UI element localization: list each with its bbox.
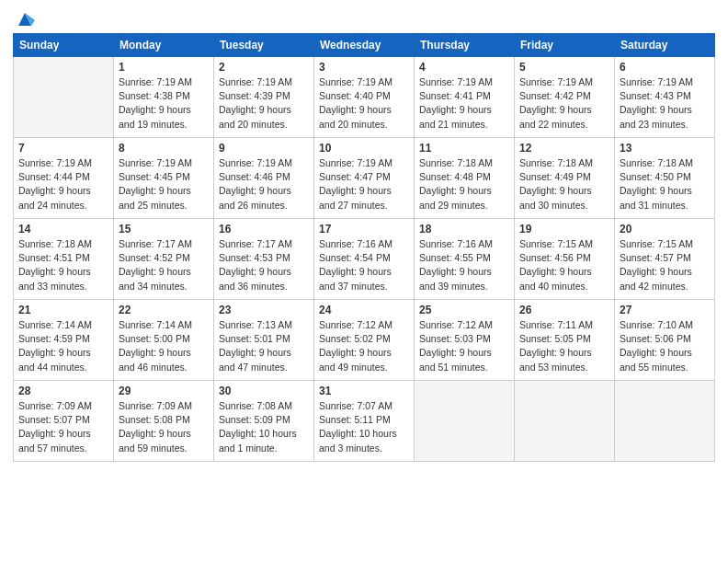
days-of-week-row: SundayMondayTuesdayWednesdayThursdayFrid…: [14, 34, 715, 57]
header: [13, 9, 715, 28]
calendar-cell: 7Sunrise: 7:19 AMSunset: 4:44 PMDaylight…: [14, 138, 114, 219]
day-number: 9: [219, 142, 309, 155]
calendar-cell: 17Sunrise: 7:16 AMSunset: 4:54 PMDayligh…: [314, 219, 415, 300]
calendar-cell: 4Sunrise: 7:19 AMSunset: 4:41 PMDaylight…: [415, 57, 515, 138]
day-number: 29: [119, 385, 209, 397]
calendar-body: 1Sunrise: 7:19 AMSunset: 4:38 PMDaylight…: [14, 57, 715, 462]
calendar-cell: 3Sunrise: 7:19 AMSunset: 4:40 PMDaylight…: [314, 57, 415, 138]
day-number: 14: [18, 223, 108, 236]
calendar-week-row: 1Sunrise: 7:19 AMSunset: 4:38 PMDaylight…: [14, 57, 715, 138]
day-number: 19: [519, 223, 609, 236]
day-info: Sunrise: 7:19 AMSunset: 4:44 PMDaylight:…: [18, 156, 108, 213]
day-info: Sunrise: 7:19 AMSunset: 4:46 PMDaylight:…: [219, 156, 309, 213]
day-info: Sunrise: 7:19 AMSunset: 4:39 PMDaylight:…: [219, 75, 309, 132]
day-info: Sunrise: 7:19 AMSunset: 4:38 PMDaylight:…: [119, 75, 209, 132]
day-number: 22: [119, 304, 209, 316]
day-number: 27: [620, 304, 710, 316]
calendar-cell: 16Sunrise: 7:17 AMSunset: 4:53 PMDayligh…: [214, 219, 314, 300]
calendar-cell: [14, 57, 114, 138]
dow-header: Tuesday: [214, 34, 314, 57]
day-number: 31: [319, 385, 409, 397]
calendar-cell: 11Sunrise: 7:18 AMSunset: 4:48 PMDayligh…: [415, 138, 515, 219]
day-number: 12: [519, 142, 609, 155]
dow-header: Friday: [515, 34, 615, 57]
day-info: Sunrise: 7:19 AMSunset: 4:41 PMDaylight:…: [419, 75, 509, 132]
calendar-week-row: 7Sunrise: 7:19 AMSunset: 4:44 PMDaylight…: [14, 138, 715, 219]
day-number: 11: [419, 142, 509, 155]
calendar-cell: 18Sunrise: 7:16 AMSunset: 4:55 PMDayligh…: [415, 219, 515, 300]
day-info: Sunrise: 7:15 AMSunset: 4:56 PMDaylight:…: [519, 237, 609, 293]
day-info: Sunrise: 7:10 AMSunset: 5:06 PMDaylight:…: [620, 318, 710, 374]
day-number: 8: [119, 142, 209, 155]
day-number: 15: [119, 223, 209, 236]
day-info: Sunrise: 7:18 AMSunset: 4:49 PMDaylight:…: [519, 156, 609, 213]
day-info: Sunrise: 7:12 AMSunset: 5:03 PMDaylight:…: [419, 318, 509, 374]
day-info: Sunrise: 7:17 AMSunset: 4:52 PMDaylight:…: [119, 237, 209, 293]
calendar-cell: [615, 381, 715, 462]
calendar-cell: 15Sunrise: 7:17 AMSunset: 4:52 PMDayligh…: [114, 219, 214, 300]
day-number: 10: [319, 142, 409, 155]
day-info: Sunrise: 7:07 AMSunset: 5:11 PMDaylight:…: [319, 399, 409, 455]
day-info: Sunrise: 7:16 AMSunset: 4:55 PMDaylight:…: [419, 237, 509, 293]
calendar-week-row: 14Sunrise: 7:18 AMSunset: 4:51 PMDayligh…: [14, 219, 715, 300]
day-number: 5: [519, 61, 609, 74]
calendar-table: SundayMondayTuesdayWednesdayThursdayFrid…: [13, 33, 715, 462]
calendar-cell: 13Sunrise: 7:18 AMSunset: 4:50 PMDayligh…: [615, 138, 715, 219]
calendar-cell: 23Sunrise: 7:13 AMSunset: 5:01 PMDayligh…: [214, 300, 314, 381]
day-info: Sunrise: 7:13 AMSunset: 5:01 PMDaylight:…: [219, 318, 309, 374]
day-info: Sunrise: 7:14 AMSunset: 4:59 PMDaylight:…: [18, 318, 108, 374]
day-info: Sunrise: 7:14 AMSunset: 5:00 PMDaylight:…: [119, 318, 209, 374]
calendar-cell: [415, 381, 515, 462]
dow-header: Thursday: [415, 34, 515, 57]
calendar-cell: [515, 381, 615, 462]
calendar-cell: 1Sunrise: 7:19 AMSunset: 4:38 PMDaylight…: [114, 57, 214, 138]
day-info: Sunrise: 7:18 AMSunset: 4:51 PMDaylight:…: [18, 237, 108, 293]
day-info: Sunrise: 7:19 AMSunset: 4:45 PMDaylight:…: [119, 156, 209, 213]
calendar-cell: 24Sunrise: 7:12 AMSunset: 5:02 PMDayligh…: [314, 300, 415, 381]
calendar-week-row: 21Sunrise: 7:14 AMSunset: 4:59 PMDayligh…: [14, 300, 715, 381]
day-info: Sunrise: 7:19 AMSunset: 4:43 PMDaylight:…: [620, 75, 710, 132]
day-number: 7: [18, 142, 108, 155]
dow-header: Saturday: [615, 34, 715, 57]
calendar-cell: 29Sunrise: 7:09 AMSunset: 5:08 PMDayligh…: [114, 381, 214, 462]
day-info: Sunrise: 7:18 AMSunset: 4:50 PMDaylight:…: [620, 156, 710, 213]
logo: [13, 9, 37, 28]
day-number: 2: [219, 61, 309, 74]
calendar-cell: 25Sunrise: 7:12 AMSunset: 5:03 PMDayligh…: [415, 300, 515, 381]
logo-icon: [15, 9, 35, 29]
calendar-cell: 8Sunrise: 7:19 AMSunset: 4:45 PMDaylight…: [114, 138, 214, 219]
day-number: 30: [219, 385, 309, 397]
calendar-cell: 27Sunrise: 7:10 AMSunset: 5:06 PMDayligh…: [615, 300, 715, 381]
calendar-cell: 6Sunrise: 7:19 AMSunset: 4:43 PMDaylight…: [615, 57, 715, 138]
calendar-cell: 19Sunrise: 7:15 AMSunset: 4:56 PMDayligh…: [515, 219, 615, 300]
day-info: Sunrise: 7:18 AMSunset: 4:48 PMDaylight:…: [419, 156, 509, 213]
day-number: 17: [319, 223, 409, 236]
calendar-cell: 30Sunrise: 7:08 AMSunset: 5:09 PMDayligh…: [214, 381, 314, 462]
dow-header: Wednesday: [314, 34, 415, 57]
day-info: Sunrise: 7:19 AMSunset: 4:47 PMDaylight:…: [319, 156, 409, 213]
day-info: Sunrise: 7:09 AMSunset: 5:07 PMDaylight:…: [18, 399, 108, 455]
day-info: Sunrise: 7:09 AMSunset: 5:08 PMDaylight:…: [119, 399, 209, 455]
calendar-cell: 10Sunrise: 7:19 AMSunset: 4:47 PMDayligh…: [314, 138, 415, 219]
day-info: Sunrise: 7:17 AMSunset: 4:53 PMDaylight:…: [219, 237, 309, 293]
day-number: 1: [119, 61, 209, 74]
day-number: 24: [319, 304, 409, 316]
calendar-week-row: 28Sunrise: 7:09 AMSunset: 5:07 PMDayligh…: [14, 381, 715, 462]
calendar-cell: 26Sunrise: 7:11 AMSunset: 5:05 PMDayligh…: [515, 300, 615, 381]
day-info: Sunrise: 7:16 AMSunset: 4:54 PMDaylight:…: [319, 237, 409, 293]
day-number: 18: [419, 223, 509, 236]
day-number: 16: [219, 223, 309, 236]
day-number: 4: [419, 61, 509, 74]
calendar-cell: 31Sunrise: 7:07 AMSunset: 5:11 PMDayligh…: [314, 381, 415, 462]
logo-text: [13, 9, 37, 28]
day-number: 28: [18, 385, 108, 397]
calendar-cell: 14Sunrise: 7:18 AMSunset: 4:51 PMDayligh…: [14, 219, 114, 300]
day-number: 3: [319, 61, 409, 74]
day-number: 26: [519, 304, 609, 316]
day-info: Sunrise: 7:12 AMSunset: 5:02 PMDaylight:…: [319, 318, 409, 374]
calendar-cell: 5Sunrise: 7:19 AMSunset: 4:42 PMDaylight…: [515, 57, 615, 138]
day-number: 13: [620, 142, 710, 155]
day-info: Sunrise: 7:15 AMSunset: 4:57 PMDaylight:…: [620, 237, 710, 293]
day-info: Sunrise: 7:11 AMSunset: 5:05 PMDaylight:…: [519, 318, 609, 374]
day-info: Sunrise: 7:19 AMSunset: 4:40 PMDaylight:…: [319, 75, 409, 132]
